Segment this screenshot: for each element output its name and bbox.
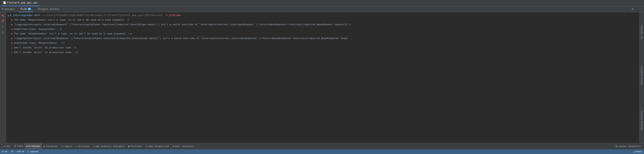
file-badge: 8: [28, 8, 31, 10]
dart-analysis-icon: ●: [172, 145, 174, 148]
services-tool[interactable]: ▷ Services: [74, 143, 91, 149]
status-branch[interactable]: ⎇ main: [633, 151, 642, 153]
problem-item-5[interactable]: ⊗ 'LoggingInterceptor.interceptResponse'…: [6, 36, 639, 41]
file-path: ~/Library/CloudStorage/OneDrive-Personal…: [42, 14, 163, 17]
services-label: Services: [78, 145, 90, 148]
todo-label: TODO: [17, 145, 23, 148]
error-icon-5: ⊗: [11, 37, 12, 41]
problems-tool-icon: ●: [26, 145, 28, 148]
problem-text-4: The name 'ResponseData' isn't a type, so…: [14, 32, 638, 35]
status-encoding[interactable]: UTF-8: [17, 151, 24, 153]
logcat-label: Logcat: [64, 145, 72, 148]
tab-flutter4[interactable]: 📄 flutter4_web_api.iml: [1, 0, 40, 6]
problem-text-3: Undefined class 'RequestData'.:5: [14, 28, 638, 31]
problem-item-2[interactable]: ⊗ 'LoggingInterceptor.interceptRequest' …: [6, 22, 639, 27]
warning-icon-2: ⚠: [11, 51, 12, 55]
todo-icon: ☰: [14, 145, 16, 148]
minimize-button[interactable]: −: [638, 7, 642, 11]
structure-icon[interactable]: ≡: [1, 24, 5, 29]
status-indent[interactable]: 2 spaces: [28, 151, 39, 153]
file-problems-count: 8 problems: [164, 14, 181, 17]
app-inspection-label: App Inspection: [148, 145, 169, 148]
problem-item-4[interactable]: ⊗ The name 'ResponseData' isn't a type, …: [6, 32, 639, 36]
status-position[interactable]: 3:10: [2, 151, 7, 153]
status-encoding-value: UTF-8: [17, 151, 24, 153]
terminal-icon: ▶: [44, 145, 45, 148]
problem-item-3[interactable]: ⊗ Undefined class 'RequestData'.:5: [6, 27, 639, 32]
profiler-label: Profiler: [130, 145, 142, 148]
problems-toolbar: Problems: File 8 Project Errors ⚙ −: [0, 6, 644, 12]
problem-text-7: Don't invoke 'print' in production code.…: [14, 46, 638, 49]
right-sidebar: Ter Outline Device Explorer Running Devi…: [639, 12, 644, 143]
main-area: 🔖 📌 ≡ ⬡ ◉ b_interceptador.dart ~/Library…: [0, 12, 644, 143]
file-header: ◉ b_interceptador.dart ~/Library/CloudSt…: [6, 13, 639, 18]
problem-item-1[interactable]: ⊗ The name 'RequestData' isn't a type, s…: [6, 18, 639, 22]
logcat-icon: ≡: [61, 145, 62, 148]
build-variants-icon[interactable]: ⬡: [1, 30, 5, 34]
error-icon-1: ⊗: [11, 18, 12, 22]
app-quality-icon: ◇: [93, 145, 94, 148]
terminal-label: Terminal: [46, 145, 58, 148]
layout-inspector-tool[interactable]: ⊞ Layout Inspector: [614, 143, 643, 149]
file-name: b_interceptador.dart: [10, 14, 41, 17]
problem-item-6[interactable]: ⊗ Undefined class 'ResponseData'.:11: [6, 41, 639, 46]
problems-content: ◉ b_interceptador.dart ~/Library/CloudSt…: [6, 12, 639, 143]
git-icon: ⎇: [2, 145, 5, 148]
file-tab-label: File: [21, 8, 27, 11]
tab-project-errors[interactable]: Project Errors: [36, 6, 61, 12]
services-icon: ▷: [76, 145, 77, 148]
problems-label: Problems:: [2, 8, 16, 11]
status-line-ending[interactable]: LF: [11, 151, 14, 153]
right-panel-running-devices[interactable]: Running Devices: [640, 109, 643, 132]
layout-inspector-icon: ⊞: [616, 145, 617, 148]
profiler-icon: ◉: [128, 145, 130, 148]
problem-text-5: 'LoggingInterceptor.interceptResponse' (…: [14, 37, 638, 40]
right-panel-ter-outline[interactable]: Ter Outline: [640, 24, 643, 41]
status-position-value: 3:10: [2, 151, 7, 153]
app-quality-label: App Quality Insights: [96, 145, 125, 148]
dart-analysis-label: Dart Analysis: [175, 145, 194, 148]
app-quality-tool[interactable]: ◇ App Quality Insights: [91, 143, 126, 149]
layout-inspector-label: Layout Inspector: [618, 145, 642, 148]
file-icon: 📄: [3, 1, 6, 4]
problems-tool[interactable]: ● Problems: [24, 143, 42, 149]
dart-analysis-tool[interactable]: ● Dart Analysis: [171, 143, 196, 149]
right-panel-device-explorer[interactable]: Device Explorer: [640, 64, 643, 86]
problem-item-7[interactable]: ⚠ Don't invoke 'print' in production cod…: [6, 46, 639, 50]
app-inspection-tool[interactable]: ⬡ App Inspection: [144, 143, 171, 149]
left-sidebar: 🔖 📌 ≡ ⬡: [0, 12, 6, 143]
warning-icon-1: ⚠: [11, 46, 12, 50]
branch-icon: ⎇: [633, 151, 636, 153]
settings-button[interactable]: ⚙: [630, 7, 635, 11]
git-tool[interactable]: ⎇ Git: [1, 143, 12, 149]
error-icon-2: ⊗: [11, 23, 12, 27]
problem-text-2: 'LoggingInterceptor.interceptRequest' ('…: [14, 23, 638, 26]
status-line-ending-value: LF: [11, 151, 14, 153]
project-errors-label: Project Errors: [38, 8, 60, 11]
git-label: Git: [6, 145, 11, 148]
error-icon-4: ⊗: [11, 32, 12, 36]
terminal-tool[interactable]: ▶ Terminal: [42, 143, 60, 149]
problem-text-1: The name 'RequestData' isn't a type, so …: [14, 18, 638, 22]
problem-text-6: Undefined class 'ResponseData'.:11: [14, 41, 638, 45]
pin-icon[interactable]: 📌: [1, 19, 5, 23]
todo-tool[interactable]: ☰ TODO: [12, 143, 25, 149]
dart-file-icon: ◉: [8, 14, 9, 17]
status-bar: 3:10 LF UTF-8 2 spaces ⎇ main: [0, 149, 644, 154]
error-icon-6: ⊗: [11, 42, 12, 45]
error-icon-3: ⊗: [11, 28, 12, 31]
status-indent-value: 2 spaces: [28, 151, 39, 153]
problems-tool-label: Problems: [28, 145, 40, 148]
tab-label: flutter4_web_api.iml: [7, 1, 38, 4]
status-branch-value: main: [637, 151, 642, 153]
bookmarks-icon[interactable]: 🔖: [1, 13, 5, 18]
problem-text-8: Don't invoke 'print' in production code.…: [14, 51, 638, 54]
top-tab-bar: 📄 flutter4_web_api.iml: [0, 0, 644, 6]
problem-item-8[interactable]: ⚠ Don't invoke 'print' in production cod…: [6, 50, 639, 55]
logcat-tool[interactable]: ≡ Logcat: [60, 143, 74, 149]
profiler-tool[interactable]: ◉ Profiler: [126, 143, 144, 149]
bottom-toolbar: ⎇ Git ☰ TODO ● Problems ▶ Terminal ≡ Log…: [0, 143, 644, 149]
tab-file[interactable]: File 8: [19, 6, 33, 12]
app-inspection-icon: ⬡: [146, 145, 148, 148]
